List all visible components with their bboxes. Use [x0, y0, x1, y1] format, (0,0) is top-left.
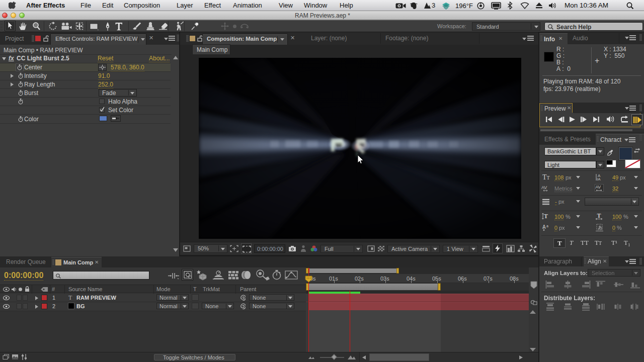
svg-text:あ: あ — [598, 225, 603, 230]
svg-text:T: T — [597, 212, 601, 219]
svg-text:a: a — [546, 224, 548, 228]
svg-text:AV: AV — [596, 185, 601, 190]
svg-text:AV: AV — [541, 185, 547, 190]
svg-text:IA: IA — [597, 177, 601, 181]
svg-text:T: T — [544, 213, 548, 220]
